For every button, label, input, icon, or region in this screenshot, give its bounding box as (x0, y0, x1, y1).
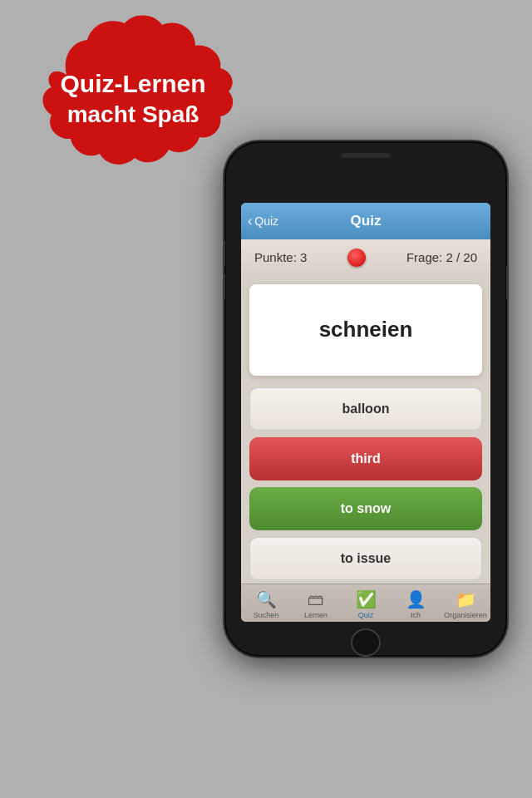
tab-lernen[interactable]: 🗃 Lernen (291, 590, 341, 619)
answer-button-3[interactable]: to issue (249, 537, 482, 580)
tab-ich-label: Ich (411, 611, 421, 619)
tab-suchen-label: Suchen (254, 611, 279, 619)
nav-back-button[interactable]: ‹ Quiz (248, 214, 278, 229)
phone-screen: ‹ Quiz Quiz Punkte: 3 Frage: 2 / 20 schn… (241, 203, 490, 622)
folder-icon: 📁 (456, 589, 476, 609)
nav-bar: ‹ Quiz Quiz (241, 203, 490, 239)
question-label: Frage: 2 / 20 (406, 250, 477, 264)
cloud-text: Quiz-Lernen macht Spaß (42, 67, 224, 130)
record-dot (347, 249, 366, 267)
nav-back-label: Quiz (254, 214, 278, 228)
home-button[interactable] (351, 628, 381, 657)
answer-button-0[interactable]: balloon (249, 387, 482, 431)
score-label: Punkte: 3 (254, 250, 307, 264)
user-icon: 👤 (406, 589, 426, 609)
nav-title: Quiz (351, 213, 382, 229)
quiz-icon: ✅ (356, 589, 377, 609)
tab-organisieren-label: Organisieren (444, 611, 487, 619)
answer-button-1[interactable]: third (249, 437, 482, 480)
word-card: schneien (249, 284, 482, 376)
volume-button-2 (224, 274, 225, 299)
tab-organisieren[interactable]: 📁 Organisieren (441, 589, 490, 619)
answers-container: balloon third to snow to issue (241, 384, 490, 584)
learn-icon: 🗃 (308, 590, 324, 609)
volume-button-1 (224, 241, 225, 266)
tab-ich[interactable]: 👤 Ich (391, 589, 441, 619)
search-icon: 🔍 (256, 589, 277, 609)
tab-quiz-label: Quiz (358, 611, 374, 619)
tab-suchen[interactable]: 🔍 Suchen (241, 589, 291, 619)
answer-button-2[interactable]: to snow (249, 487, 482, 530)
cloud-bubble: Quiz-Lernen macht Spaß (17, 8, 249, 191)
back-chevron-icon: ‹ (248, 214, 252, 229)
phone-speaker (341, 153, 391, 158)
phone-frame: ‹ Quiz Quiz Punkte: 3 Frage: 2 / 20 schn… (224, 141, 507, 657)
power-button (506, 266, 507, 299)
tab-quiz[interactable]: ✅ Quiz (341, 589, 391, 619)
score-bar: Punkte: 3 Frage: 2 / 20 (241, 239, 490, 276)
tab-bar: 🔍 Suchen 🗃 Lernen ✅ Quiz 👤 Ich 📁 Organis… (241, 584, 490, 622)
tab-lernen-label: Lernen (304, 611, 328, 619)
word-display: schneien (319, 317, 413, 342)
